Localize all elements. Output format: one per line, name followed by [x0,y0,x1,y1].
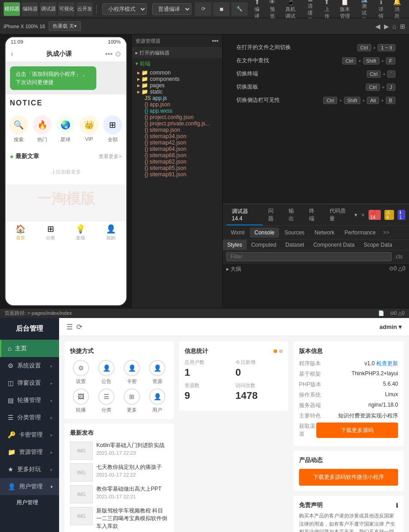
tools-btn[interactable]: 🔧 [231,2,248,16]
compile-dropdown[interactable]: 普通编译 [152,3,191,15]
post-title-2[interactable]: 七天教你搞定别人的痛孩子 [96,463,168,471]
quick-item-announcement[interactable]: 👤 公告 [95,360,117,385]
folder-pages[interactable]: ▸ 📁 pages [132,82,222,89]
filter-input[interactable] [226,252,392,261]
open-editors-header[interactable]: ▸ 打开的编辑器 [132,48,222,58]
sidebar-item-resources[interactable]: 📁 资源管理 ▸ [0,443,59,461]
hot-reload-btn[interactable]: 热重载 关▾ [49,21,81,31]
nav-mine[interactable]: 👤 我的 [106,224,116,241]
icon-search[interactable]: 🔍 搜索 [9,115,28,143]
dev-tab-output[interactable]: 输出 [283,204,304,225]
inner-tab-network[interactable]: Network [310,228,339,238]
style-tab-computed[interactable]: Computed [247,240,281,250]
file-sitemap64[interactable]: {} sitemap64.json [132,146,222,152]
inner-tab-performance[interactable]: Performance [340,228,380,238]
style-tab-component-data[interactable]: Component Data [309,240,359,250]
file-sitemap34[interactable]: {} sitemap34.json [132,133,222,139]
collapse-btn[interactable]: ▾ [354,212,357,218]
dev-tab-terminal[interactable]: 终端 [304,204,324,225]
articles-more[interactable]: 查看更多> [99,153,121,160]
quick-item-cat[interactable]: ☰ 分类 [95,388,117,413]
dev-tab-issues[interactable]: 问题 [263,204,283,225]
back-arrow[interactable]: ‹ [11,49,14,59]
file-app-json[interactable]: {} app.json [132,101,222,108]
sidebar-item-popup[interactable]: ◫ 弹窗设置 ▸ [0,374,59,392]
filter-cls-btn[interactable]: .cls [392,253,405,261]
icon-vip[interactable]: 👑 VIP [80,115,99,143]
nav-fwd-btn[interactable]: ▶ [384,23,389,30]
file-app-js[interactable]: JS app.js [132,95,222,101]
file-sitemap68[interactable]: {} sitemap68.json [132,152,222,159]
menu-toggle-icon[interactable]: ☰ [66,323,73,331]
icon-all[interactable]: ⊞ 全部 [103,115,122,143]
download-source-btn[interactable]: 下载更多源码 [316,423,398,438]
refresh-btn[interactable]: ⟳ [195,2,211,16]
root-folder[interactable]: ▾ 前端 [132,58,222,70]
sidebar-item-category[interactable]: ☰ 分类管理 ▸ [0,409,59,426]
post-title-1[interactable]: Kotlin零基础入门到进阶实战 [96,442,168,449]
quick-item-cardkey[interactable]: 👤 卡密 [121,360,143,385]
sidebar-item-fun[interactable]: ★ 更多好玩 ▸ [0,461,59,478]
editor-tab[interactable]: 编辑器 [22,2,38,16]
file-sitemap91[interactable]: {} sitemap91.json [132,171,222,178]
inner-tab-wxml[interactable]: Wxml [226,228,249,238]
explorer-more-btn[interactable]: ••• [212,37,219,45]
quick-item-resources-q[interactable]: 👤 资源 [146,360,168,385]
folder-static[interactable]: ▸ 📁 static [132,89,222,95]
file-sitemap42[interactable]: {} sitemap42.json [132,139,222,146]
home-btn[interactable]: ⌂ [393,23,396,30]
refresh-page-icon[interactable]: ⟳ [76,323,82,331]
quick-item-user-q[interactable]: 👤 用户 [146,388,168,413]
check-update-link[interactable]: 检查更新 [376,360,398,367]
icon-planet[interactable]: 🌏 星球 [56,115,75,143]
layout-btn[interactable]: ⊞ [400,23,405,30]
upload-btn[interactable]: ⬆上传 [321,0,332,20]
sidebar-sub-user-mgr[interactable]: 用户管理 [0,495,59,510]
post-title-4[interactable]: 新版驾校学车视频教程 科目一二三四喝考宝典模拟软件倒车入库款 [96,507,168,530]
cloud-tab[interactable]: 云开发 [76,2,93,16]
more-tabs-btn[interactable]: >> [383,229,389,236]
style-tab-styles[interactable]: Styles [223,240,247,250]
dev-tab-debugger[interactable]: 调试器 14.4 [226,205,263,225]
sidebar-item-users[interactable]: 👤 用户管理 ▾ [0,478,59,495]
nav-home[interactable]: 🏠 首页 [15,224,25,241]
messages-btn[interactable]: 🔔消息 [390,0,404,20]
file-project-config[interactable]: {} project.config.json [132,114,222,120]
file-app-wxss[interactable]: {} app.wxss [132,108,222,114]
sidebar-item-carousel[interactable]: ▤ 轮播管理 ▸ [0,392,59,409]
admin-user-label[interactable]: admin ▾ [379,323,402,330]
inner-tab-console[interactable]: Console [250,228,279,238]
file-sitemap82[interactable]: {} sitemap82.json [132,159,222,165]
style-tab-scope-data[interactable]: Scope Data [359,240,397,250]
preview-btn[interactable]: 👁预览 [266,0,278,20]
quick-item-slider[interactable]: 🖼 轮播 [70,388,92,413]
version-mgr-btn[interactable]: 📋版本管理 [336,0,354,20]
file-sitemap85[interactable]: {} sitemap85.json [132,165,222,171]
nav-category[interactable]: ⊞ 分类 [46,224,55,241]
nav-discover[interactable]: 💡 发现 [75,224,85,241]
simulator-tab[interactable]: 模拟器 [4,2,20,16]
file-sitemap[interactable]: {} sitemap.json [132,127,222,133]
style-tab-dataset[interactable]: Dataset [281,240,309,250]
sidebar-item-home[interactable]: ⌂ 主页 [0,340,59,357]
quick-item-settings[interactable]: ⚙ 设置 [70,360,92,385]
folder-common[interactable]: ▸ 📁 common [132,70,222,76]
close-devtools-btn[interactable]: ✕ [361,212,365,218]
stop-btn[interactable]: ⏹ [213,2,229,16]
file-project-private[interactable]: {} project.private.config.js... [132,120,222,127]
mode-dropdown[interactable]: 小程序模式 [102,3,147,15]
app-menu[interactable]: ••• ⊙ [105,50,120,58]
icon-hot[interactable]: 🔥 热门 [33,115,52,143]
debugger-tab[interactable]: 调试器 [40,2,56,16]
real-debug-btn[interactable]: 📱真机调试 [282,0,299,20]
compile-btn[interactable]: ⬆编译 [251,0,263,20]
quick-item-more-q[interactable]: ⊞ 更多 [121,388,143,413]
big-download-btn[interactable]: 下载更多源码软件微信小程序 [299,469,398,486]
inner-tab-sources[interactable]: Sources [280,228,309,238]
dev-tab-quality[interactable]: 代码质量 [324,204,354,225]
post-title-3[interactable]: 教你零基础做出高大上PPT [96,485,168,493]
sidebar-item-card[interactable]: 🔑 卡密管理 ▸ [0,426,59,443]
folder-components[interactable]: ▸ 📁 components [132,76,222,82]
visual-tab[interactable]: 可视化 [58,2,75,16]
sidebar-item-system[interactable]: ⚙ 系统设置 ▸ [0,357,59,374]
